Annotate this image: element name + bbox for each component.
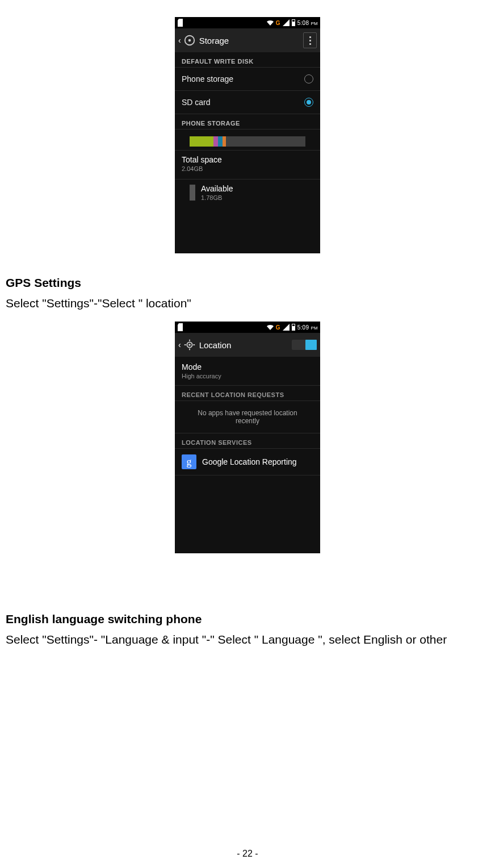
storage-segment [223,136,226,147]
total-space-row[interactable]: Total space 2.04GB [175,151,320,179]
page-content: G 5:08 PM ‹ Storage DEFAULT WRITE DISK [6,17,489,648]
storage-usage-bar [175,130,320,150]
heading-language: English language switching phone [6,612,489,626]
back-icon[interactable]: ‹ [178,340,181,349]
svg-point-3 [188,344,191,347]
action-bar: ‹ Storage [175,28,320,52]
wifi-icon [267,324,274,330]
available-swatch [190,185,195,201]
no-apps-text: No apps have requested location recently [175,401,320,433]
battery-icon [292,19,295,26]
status-bar: G 5:09 PM [175,322,320,333]
location-icon [183,339,196,351]
available-label: Available [201,184,233,193]
paragraph-gps: Select "Settings"-"Select " location" [6,295,489,311]
radio-selected-icon [304,98,313,107]
storage-segment [213,136,218,147]
mode-value: High accuracy [182,373,313,379]
overflow-menu-button[interactable] [303,32,317,48]
option-label: Phone storage [182,74,233,84]
network-type: G [276,20,280,26]
mode-row[interactable]: Mode High accuracy [175,357,320,385]
battery-icon [292,324,295,331]
status-bar: G 5:08 PM [175,17,320,28]
screenshot-storage: G 5:08 PM ‹ Storage DEFAULT WRITE DISK [175,17,320,253]
section-phone-storage: PHONE STORAGE [175,114,320,129]
wifi-icon [267,20,274,26]
screenshot-location: G 5:09 PM ‹ Location Mode High accuracy [175,322,320,553]
google-icon: g [182,454,196,469]
storage-segment [218,136,223,147]
storage-icon [183,34,196,47]
page-number: - 22 - [0,849,495,859]
total-label: Total space [182,155,313,164]
google-item-label: Google Location Reporting [202,457,297,466]
screenshot-storage-wrap: G 5:08 PM ‹ Storage DEFAULT WRITE DISK [6,17,489,253]
option-phone-storage[interactable]: Phone storage [175,68,320,90]
option-label: SD card [182,98,211,107]
google-location-reporting-row[interactable]: g Google Location Reporting [175,449,320,475]
option-sd-card[interactable]: SD card [175,91,320,114]
section-location-services: LOCATION SERVICES [175,433,320,448]
available-value: 1.78GB [201,194,233,201]
heading-gps-settings: GPS Settings [6,276,489,290]
screenshot-location-wrap: G 5:09 PM ‹ Location Mode High accuracy [6,322,489,553]
location-toggle[interactable] [292,340,317,350]
actionbar-title: Storage [199,36,229,45]
paragraph-language: Select "Settings"- "Language & input "-"… [6,632,489,648]
total-value: 2.04GB [182,165,313,172]
sd-card-icon [177,324,184,330]
divider [175,475,320,475]
back-icon[interactable]: ‹ [178,36,181,45]
cell-signal-icon [283,324,290,330]
action-bar: ‹ Location [175,333,320,357]
section-recent-requests: RECENT LOCATION REQUESTS [175,386,320,400]
status-time: 5:08 PM [297,20,318,26]
actionbar-title: Location [199,340,232,350]
section-default-write: DEFAULT WRITE DISK [175,52,320,67]
cell-signal-icon [283,20,290,26]
svg-point-1 [188,39,191,42]
available-row[interactable]: Available 1.78GB [175,180,320,208]
status-time: 5:09 PM [297,324,318,331]
network-type: G [276,324,280,331]
sd-card-icon [177,20,184,26]
radio-unselected-icon [304,74,313,84]
mode-label: Mode [182,362,313,372]
storage-segment [190,136,213,147]
